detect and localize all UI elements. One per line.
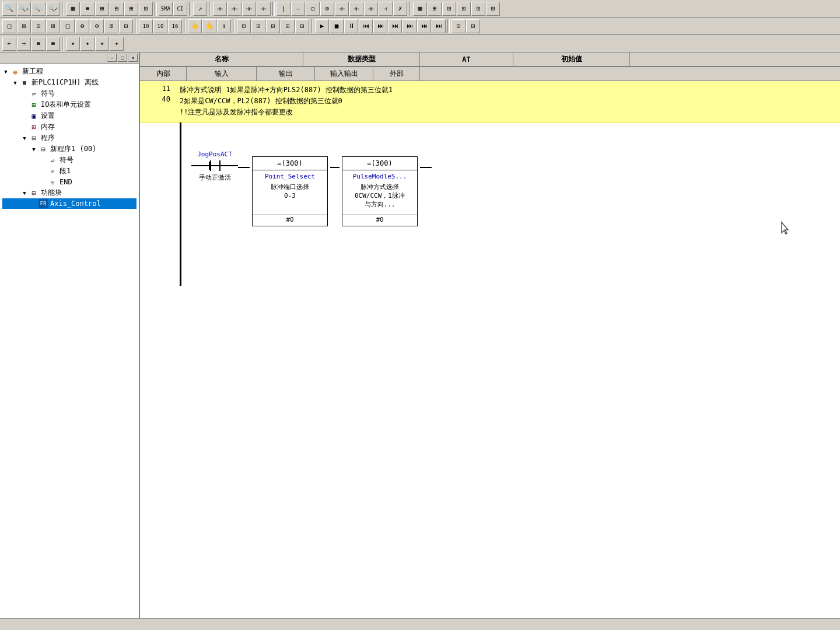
grid-btn[interactable]: ▦ <box>66 2 80 16</box>
ladder2-btn[interactable]: ⊣⊢ <box>349 2 363 16</box>
tree-symbol[interactable]: ▶ ⇌ 符号 <box>2 88 136 99</box>
tree-prog1-symbol[interactable]: ▶ ⇌ 符号 <box>2 155 136 166</box>
step-fwd2-btn[interactable]: ⏭ <box>388 19 402 33</box>
extra1-btn[interactable]: ⊡ <box>452 19 466 33</box>
cross-btn[interactable]: ⊘ <box>320 2 334 16</box>
table2-btn[interactable]: ⊟ <box>110 2 124 16</box>
project-tree[interactable]: ▼ ❋ 新工程 ▼ ■ 新PLC1[CP1H] 离线 ▶ ⇌ 符号 <box>0 64 139 618</box>
list-btn[interactable]: ≡ <box>80 2 94 16</box>
fb-block-2[interactable]: =(300) PulseModleS... 脉冲方式选择0CW/CCW，1脉冲与… <box>342 156 418 226</box>
step-fwd5-btn[interactable]: ⏭ <box>432 19 446 33</box>
gear1-btn[interactable]: ⚙ <box>75 19 89 33</box>
pause-btn[interactable]: ⏸ <box>344 19 358 33</box>
tree-section1[interactable]: ▶ ⊞ 段1 <box>2 166 136 177</box>
contact4-btn[interactable]: ⊣⊢ <box>257 2 271 16</box>
fb-block-1[interactable]: =(300) Point_Selsect 脉冲端口选择0-3 #0 <box>252 156 328 226</box>
sidebar-minimize-btn[interactable]: — <box>107 54 117 62</box>
hline-btn[interactable]: — <box>291 2 305 16</box>
monitor2-btn[interactable]: ⊡ <box>251 19 265 33</box>
tree-end[interactable]: ▶ ⊞ END <box>2 177 136 187</box>
gear2-btn[interactable]: ⚙ <box>90 19 104 33</box>
circle-btn[interactable]: ○ <box>306 2 320 16</box>
step-fwd4-btn[interactable]: ⏭ <box>417 19 431 33</box>
step-fwd3-btn[interactable]: ⏭ <box>402 19 416 33</box>
align-right-btn[interactable]: ≡ <box>46 37 60 51</box>
contact2-btn[interactable]: ⊣⊢ <box>228 2 242 16</box>
col-external[interactable]: 外部 <box>373 67 420 80</box>
mark3-btn[interactable]: ✦ <box>95 37 109 51</box>
sub-btn[interactable]: ⊡ <box>442 2 456 16</box>
step-fwd1-btn[interactable]: ⏭ <box>373 19 387 33</box>
indent-left-btn[interactable]: ← <box>2 37 16 51</box>
zoom-fit-btn[interactable]: 🔍✓ <box>46 2 60 16</box>
cond-btn[interactable]: ⊡ <box>457 2 471 16</box>
indent-right-btn[interactable]: → <box>17 37 31 51</box>
step3-btn[interactable]: ↕ <box>217 19 231 33</box>
monitor3-btn[interactable]: ⊡ <box>266 19 280 33</box>
mark1-btn[interactable]: ✦ <box>66 37 80 51</box>
step2-btn[interactable]: 👆 <box>202 19 216 33</box>
open-btn[interactable]: ⊞ <box>17 19 31 33</box>
tree-program[interactable]: ▼ ⊟ 程序 <box>2 132 136 144</box>
tree-axis-control[interactable]: ▶ FB Axis_Control <box>2 198 136 209</box>
extra-btn[interactable]: ⊡ <box>486 2 500 16</box>
contact3-btn[interactable]: ⊣⊢ <box>242 2 256 16</box>
ladder4-btn[interactable]: ⊣ <box>379 2 393 16</box>
cursor-btn[interactable]: ↗ <box>193 2 207 16</box>
tree-plc-node[interactable]: ▼ ■ 新PLC1[CP1H] 离线 <box>2 77 136 88</box>
num16-btn[interactable]: 16 <box>168 19 182 33</box>
tree-funcblock[interactable]: ▼ ⊟ 功能块 <box>2 187 136 198</box>
fb2-title: =(300) <box>342 157 417 170</box>
col-input[interactable]: 输入 <box>187 67 257 80</box>
delete-btn[interactable]: ✗ <box>393 2 407 16</box>
monitor5-btn[interactable]: ⊡ <box>295 19 309 33</box>
ladder1-btn[interactable]: ⊣⊢ <box>335 2 349 16</box>
monitor4-btn[interactable]: ⊡ <box>281 19 295 33</box>
col-output[interactable]: 输出 <box>257 67 315 80</box>
tree-io[interactable]: ▶ ⊞ IO表和单元设置 <box>2 99 136 110</box>
ladder3-btn[interactable]: ⊣⊢ <box>364 2 378 16</box>
sidebar-close-btn[interactable]: ✕ <box>128 54 138 62</box>
table-btn[interactable]: ⊞ <box>95 2 109 16</box>
ci-btn[interactable]: CI <box>173 2 187 16</box>
align-left-btn[interactable]: ≡ <box>32 37 46 51</box>
save-btn[interactable]: ⊞ <box>46 19 60 33</box>
zoom-plus-btn[interactable]: 🔍+ <box>17 2 31 16</box>
extra2-btn[interactable]: ⊡ <box>466 19 480 33</box>
new-btn[interactable]: □ <box>2 19 16 33</box>
stop-btn[interactable]: ■ <box>330 19 344 33</box>
grid2-btn[interactable]: ▦ <box>413 2 427 16</box>
ladder-area[interactable]: 11 40 脉冲方式说明 1如果是脉冲+方向PLS2(887) 控制数据的第三位… <box>140 81 840 618</box>
monitor1-btn[interactable]: ⊟ <box>237 19 251 33</box>
func-btn[interactable]: ⊡ <box>471 2 485 16</box>
step1-btn[interactable]: 👆 <box>188 19 202 33</box>
run-btn[interactable]: ▶ <box>315 19 329 33</box>
tree-memory[interactable]: ▶ ⊡ 内存 <box>2 121 136 132</box>
wire-to-fb1 <box>238 167 250 168</box>
zoom-minus-btn[interactable]: 🔍- <box>32 2 46 16</box>
expand-prog1-icon: ▼ <box>30 146 37 153</box>
zoom-btn[interactable]: 🔍 <box>2 2 16 16</box>
mark2-btn[interactable]: ✦ <box>80 37 94 51</box>
col-internal[interactable]: 内部 <box>140 67 187 80</box>
add-btn[interactable]: ⊞ <box>428 2 442 16</box>
download-btn[interactable]: ⊡ <box>119 19 133 33</box>
sma-btn[interactable]: SMA <box>159 2 173 16</box>
open2-btn[interactable]: ⊡ <box>32 19 46 33</box>
sidebar-restore-btn[interactable]: □ <box>118 54 127 62</box>
contact1-btn[interactable]: ⊣⊢ <box>213 2 227 16</box>
mark4-btn[interactable]: ✦ <box>110 37 124 51</box>
vline-btn[interactable]: | <box>276 2 290 16</box>
table4-btn[interactable]: ⊡ <box>139 2 153 16</box>
tree-root-project[interactable]: ▼ ❋ 新工程 <box>2 66 136 77</box>
print-btn[interactable]: □ <box>61 19 75 33</box>
table3-btn[interactable]: ⊞ <box>124 2 138 16</box>
tree-settings[interactable]: ▶ ▣ 设置 <box>2 110 136 121</box>
col-inout[interactable]: 输入输出 <box>315 67 373 80</box>
num10b-btn[interactable]: 10 <box>153 19 167 33</box>
tree-prog1[interactable]: ▼ ⊟ 新程序1 (00) <box>2 144 136 155</box>
sep7 <box>135 19 137 33</box>
step-back-btn[interactable]: ⏮ <box>359 19 373 33</box>
upload-btn[interactable]: ⊞ <box>104 19 118 33</box>
num10a-btn[interactable]: 10 <box>139 19 153 33</box>
